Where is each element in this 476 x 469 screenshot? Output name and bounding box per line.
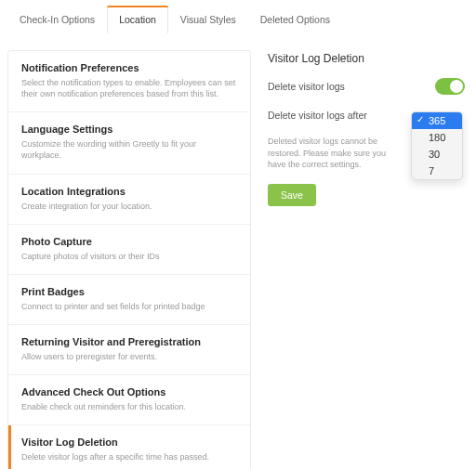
dropdown-option-30[interactable]: 30 (412, 146, 462, 163)
sidebar-item-desc: Allow users to preregister for events. (21, 351, 237, 362)
sidebar-item-desc: Delete visitor logs after a specific tim… (21, 451, 237, 462)
dropdown-option-365[interactable]: 365 (412, 112, 462, 129)
sidebar-item-desc: Create integration for your location. (21, 201, 237, 212)
sidebar-item-desc: Capture photos of visitors or their IDs (21, 251, 237, 262)
sidebar-item-photo-capture[interactable]: Photo Capture Capture photos of visitors… (8, 225, 250, 275)
detail-panel: Visitor Log Deletion Delete visitor logs… (264, 50, 469, 469)
sidebar-item-title: Print Badges (21, 286, 237, 297)
sidebar-item-title: Notification Preferences (21, 62, 237, 73)
sidebar-item-title: Language Settings (21, 124, 237, 135)
sidebar-item-language-settings[interactable]: Language Settings Customize the wording … (8, 112, 250, 174)
tab-deleted-options[interactable]: Deleted Options (248, 6, 342, 33)
tabs-bar: Check-In Options Location Visual Styles … (0, 0, 476, 33)
sidebar-item-title: Location Integrations (21, 186, 237, 197)
sidebar-item-print-badges[interactable]: Print Badges Connect to printer and set … (8, 275, 250, 325)
delete-after-label: Delete visitor logs after (268, 110, 367, 121)
dropdown-option-180[interactable]: 180 (412, 129, 462, 146)
panel-title: Visitor Log Deletion (268, 52, 465, 65)
sidebar-item-desc: Enable check out reminders for this loca… (21, 401, 237, 412)
sidebar-item-desc: Select the notification types to enable.… (21, 77, 237, 99)
sidebar-item-title: Advanced Check Out Options (21, 386, 237, 397)
sidebar-item-visitor-log-deletion[interactable]: Visitor Log Deletion Delete visitor logs… (8, 425, 250, 469)
delete-after-dropdown[interactable]: 365 180 30 7 (411, 111, 463, 180)
tab-visual-styles[interactable]: Visual Styles (168, 6, 248, 33)
save-button[interactable]: Save (268, 184, 316, 206)
delete-logs-label: Delete visitor logs (268, 81, 345, 92)
dropdown-option-7[interactable]: 7 (412, 163, 462, 179)
sidebar-item-advanced-checkout[interactable]: Advanced Check Out Options Enable check … (8, 375, 250, 425)
sidebar-item-title: Returning Visitor and Preregistration (21, 336, 237, 347)
delete-logs-row: Delete visitor logs (268, 78, 465, 95)
tab-location[interactable]: Location (107, 6, 168, 33)
toggle-knob (450, 80, 463, 93)
delete-logs-toggle[interactable] (435, 78, 465, 95)
sidebar-item-desc: Connect to printer and set fields for pr… (21, 301, 237, 312)
sidebar-item-notification-preferences[interactable]: Notification Preferences Select the noti… (8, 51, 250, 112)
settings-sidebar: Notification Preferences Select the noti… (7, 50, 251, 469)
sidebar-item-desc: Customize the wording within Greetly to … (21, 138, 237, 161)
content-area: Notification Preferences Select the noti… (0, 33, 476, 469)
sidebar-item-location-integrations[interactable]: Location Integrations Create integration… (8, 175, 250, 225)
sidebar-item-title: Photo Capture (21, 236, 237, 247)
sidebar-item-returning-visitor[interactable]: Returning Visitor and Preregistration Al… (8, 325, 250, 375)
tab-checkin-options[interactable]: Check-In Options (7, 6, 107, 33)
sidebar-item-title: Visitor Log Deletion (21, 436, 237, 448)
